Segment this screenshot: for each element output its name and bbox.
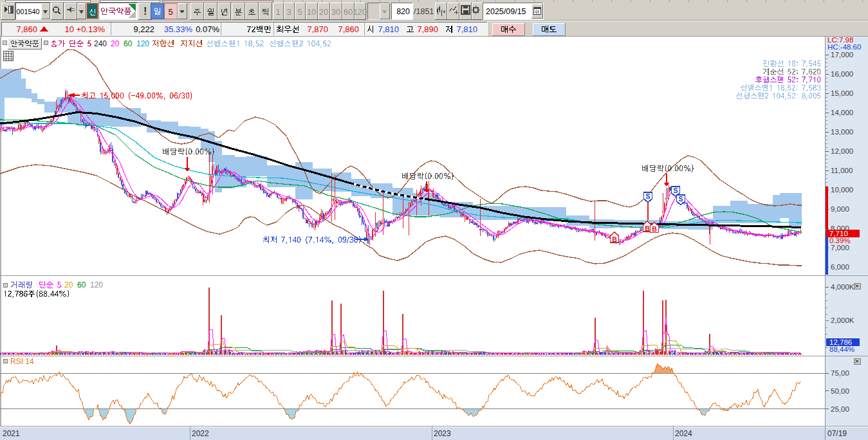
svg-text:14,000: 14,000 [831, 109, 853, 116]
svg-text:1: 1 [275, 7, 280, 17]
svg-text:2022: 2022 [192, 429, 209, 438]
svg-text:2025/09/15: 2025/09/15 [486, 7, 526, 16]
svg-text:17,000: 17,000 [831, 51, 853, 59]
svg-text:12,000: 12,000 [831, 147, 853, 155]
svg-text:S: S [673, 187, 678, 194]
svg-text:13,000: 13,000 [831, 128, 853, 136]
svg-text:120: 120 [90, 280, 103, 289]
svg-text:9,222: 9,222 [133, 24, 154, 34]
svg-text:RSI 14: RSI 14 [10, 357, 34, 366]
svg-text:7,810: 7,810 [456, 24, 477, 34]
svg-text:820: 820 [396, 7, 410, 16]
svg-text:!: ! [143, 6, 147, 17]
svg-text:4,000K: 4,000K [831, 283, 854, 291]
svg-text:50,00: 50,00 [831, 387, 849, 395]
svg-text:10,000: 10,000 [831, 186, 853, 194]
svg-text:7,860: 7,860 [338, 24, 359, 34]
svg-text:75,00: 75,00 [831, 369, 849, 377]
svg-text:7,810: 7,810 [378, 24, 399, 34]
svg-text:20: 20 [111, 39, 120, 48]
svg-text:16,000: 16,000 [831, 70, 853, 78]
svg-text:20: 20 [319, 7, 328, 17]
svg-text:2024: 2024 [675, 429, 692, 438]
svg-text:6,000: 6,000 [831, 263, 849, 271]
svg-text:B: B [652, 225, 657, 233]
svg-text:5: 5 [169, 7, 173, 17]
svg-text:0.39%: 0.39% [829, 237, 851, 244]
svg-text:60: 60 [124, 39, 133, 48]
svg-text:25,00: 25,00 [831, 405, 849, 413]
svg-text:120: 120 [353, 7, 367, 17]
svg-text:5: 5 [297, 7, 302, 17]
svg-text:7,890: 7,890 [417, 24, 438, 34]
svg-text:20: 20 [64, 280, 73, 289]
svg-text:S: S [645, 192, 650, 200]
svg-text:3: 3 [286, 7, 291, 17]
svg-text:2,000K: 2,000K [831, 316, 854, 324]
svg-text:11,000: 11,000 [831, 167, 853, 174]
svg-text:2023: 2023 [434, 429, 451, 438]
svg-text:7,000: 7,000 [831, 244, 849, 252]
svg-text:001540: 001540 [17, 8, 40, 15]
svg-text:+0.13%: +0.13% [77, 24, 106, 34]
svg-text:B: B [612, 235, 617, 243]
svg-text:2021: 2021 [3, 429, 20, 438]
svg-text:/1851: /1851 [414, 7, 434, 16]
svg-text:S: S [678, 195, 683, 203]
svg-text:07/19: 07/19 [827, 429, 847, 438]
svg-text:35.33%: 35.33% [164, 24, 193, 34]
svg-text:10: 10 [307, 7, 316, 17]
svg-text:HC:-48.60: HC:-48.60 [827, 43, 861, 51]
svg-text:7,860: 7,860 [16, 24, 37, 34]
svg-text:30: 30 [331, 7, 340, 17]
svg-text:7,870: 7,870 [307, 24, 328, 34]
svg-text:0.07%: 0.07% [196, 24, 219, 34]
svg-text:10: 10 [65, 24, 74, 34]
svg-text:88,44%: 88,44% [829, 345, 854, 353]
svg-text:60: 60 [77, 280, 86, 289]
svg-text:B: B [645, 225, 650, 232]
svg-text:120: 120 [136, 39, 149, 48]
svg-text:240: 240 [94, 39, 107, 48]
svg-text:9,000: 9,000 [831, 205, 849, 213]
svg-text:15,000: 15,000 [831, 89, 853, 97]
svg-text:60: 60 [344, 7, 353, 17]
